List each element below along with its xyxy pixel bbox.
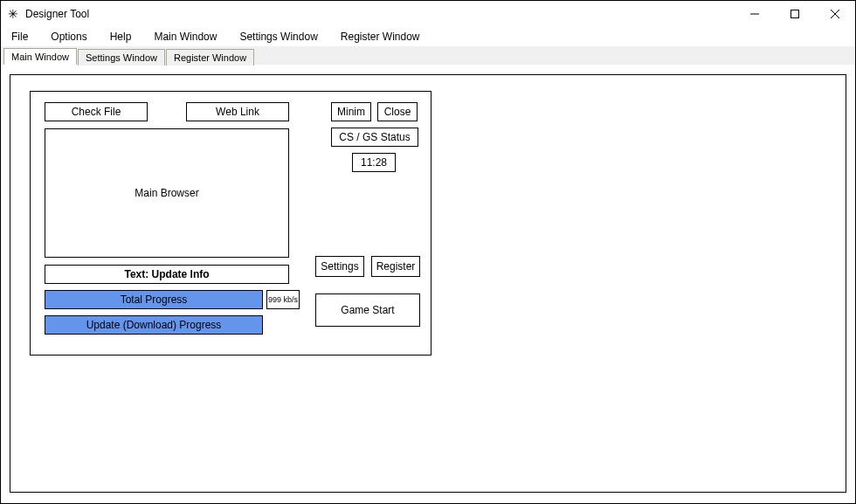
titlebar: ✳ Designer Tool: [1, 1, 855, 27]
svg-rect-1: [791, 10, 799, 18]
minim-button[interactable]: Minim: [331, 102, 371, 121]
menu-settings-window[interactable]: Settings Window: [236, 29, 321, 45]
settings-button[interactable]: Settings: [315, 256, 364, 277]
app-icon: ✳: [6, 7, 20, 21]
content-area: Check File Web Link Main Browser Text: U…: [1, 66, 855, 503]
speed-box: 999 kb/s: [266, 290, 300, 309]
csgs-status-box[interactable]: CS / GS Status: [331, 128, 418, 147]
web-link-button[interactable]: Web Link: [186, 102, 289, 121]
menu-file[interactable]: File: [8, 29, 31, 45]
menubar: File Options Help Main Window Settings W…: [1, 27, 855, 46]
time-box: 11:28: [352, 153, 396, 172]
menu-help[interactable]: Help: [107, 29, 135, 45]
register-button[interactable]: Register: [371, 256, 420, 277]
minimize-button[interactable]: [735, 1, 775, 27]
game-start-button[interactable]: Game Start: [315, 293, 420, 327]
tabbar: Main Window Settings Window Register Win…: [1, 46, 855, 66]
check-file-button[interactable]: Check File: [45, 102, 148, 121]
designer-panel: Check File Web Link Main Browser Text: U…: [30, 91, 431, 356]
close-panel-button[interactable]: Close: [377, 102, 418, 121]
close-button[interactable]: [815, 1, 855, 27]
window-controls: [735, 1, 855, 27]
maximize-button[interactable]: [775, 1, 815, 27]
tab-main-window[interactable]: Main Window: [3, 48, 77, 65]
update-info-box: Text: Update Info: [45, 265, 289, 284]
tab-register-window[interactable]: Register Window: [166, 49, 254, 66]
menu-main-window[interactable]: Main Window: [150, 29, 220, 45]
main-browser-box[interactable]: Main Browser: [45, 128, 289, 258]
content-frame: Check File Web Link Main Browser Text: U…: [10, 74, 846, 493]
tab-settings-window[interactable]: Settings Window: [78, 49, 165, 66]
menu-register-window[interactable]: Register Window: [337, 29, 424, 45]
menu-options[interactable]: Options: [47, 29, 90, 45]
download-progressbar: Update (Download) Progress: [45, 315, 263, 335]
total-progressbar: Total Progress: [45, 290, 263, 309]
app-window: ✳ Designer Tool File Options Help Main W…: [0, 0, 856, 504]
window-title: Designer Tool: [25, 8, 735, 20]
